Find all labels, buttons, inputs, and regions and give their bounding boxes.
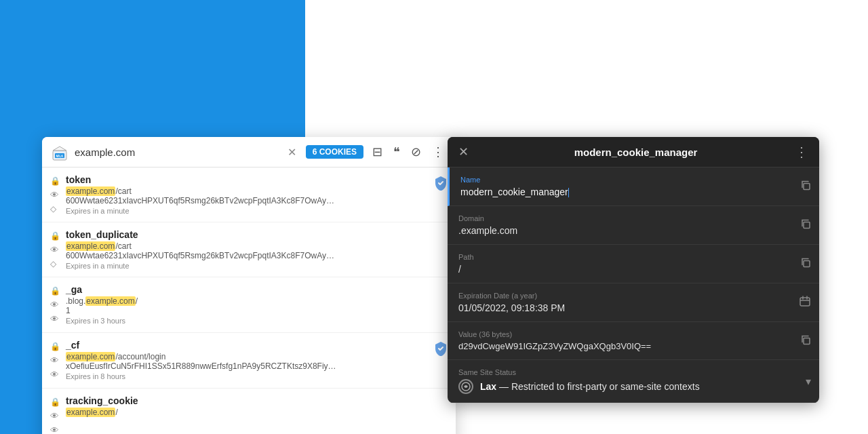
same-site-text: Lax — Restricted to first-party or same-… bbox=[480, 381, 700, 392]
secure-shield-placeholder bbox=[434, 284, 448, 285]
clear-filter-button[interactable]: ⊘ bbox=[408, 143, 425, 161]
domain-highlight: example.com bbox=[85, 296, 135, 306]
cookie-content: token_duplicate example.com/cart 600Wwta… bbox=[66, 229, 429, 270]
cookie-list-body: 🔒 👁 ◇ token example.com/cart 600Wwtae623… bbox=[42, 167, 456, 434]
copy-path-button[interactable] bbox=[800, 258, 811, 271]
cookie-name: _ga bbox=[66, 284, 429, 295]
secure-shield-badge bbox=[434, 340, 448, 359]
same-site-label: Same Site Status bbox=[458, 368, 808, 376]
cookie-list-header: MILK ✕ 6 COOKIES ⊟ ❝ ⊘ ⋮ bbox=[42, 137, 456, 167]
svg-text:MILK: MILK bbox=[56, 155, 64, 158]
cookie-editor-panel[interactable]: ✕ modern_cookie_manager ⋮ Name modern_co… bbox=[448, 137, 819, 403]
filter-button[interactable]: ⊟ bbox=[369, 143, 386, 161]
editor-header: ✕ modern_cookie_manager ⋮ bbox=[448, 137, 819, 167]
cookie-content: _cf example.com/account/login xOefiuEusf… bbox=[66, 340, 429, 380]
cookie-icons-col: 🔒 👁 👁 bbox=[50, 395, 60, 434]
editor-title: modern_cookie_manager bbox=[477, 146, 795, 158]
secure-icon: 🔒 bbox=[50, 285, 60, 297]
expiration-label: Expiration Date (a year) bbox=[458, 292, 808, 300]
visible2-icon: 👁 bbox=[50, 425, 60, 434]
cookie-expiry: Expires in a minute bbox=[66, 262, 429, 270]
name-value: modern_cookie_manager bbox=[460, 186, 808, 197]
copy-icon bbox=[800, 334, 811, 345]
visible-icon: 👁 bbox=[50, 244, 60, 256]
shield-icon bbox=[434, 341, 448, 356]
visible-icon: 👁 bbox=[50, 410, 60, 422]
domain-highlight: example.com bbox=[66, 352, 115, 361]
cookie-value: 1 bbox=[66, 306, 337, 315]
expiration-field[interactable]: Expiration Date (a year) 01/05/2022, 09:… bbox=[448, 283, 819, 322]
copy-name-button[interactable] bbox=[800, 180, 811, 193]
domain-highlight: example.com bbox=[66, 241, 115, 251]
close-search-button[interactable]: ✕ bbox=[283, 144, 300, 160]
value-field[interactable]: Value (36 bytes) d29vdCwgeW91IGZpZ3VyZWQ… bbox=[448, 322, 819, 360]
visible-icon: 👁 bbox=[50, 299, 60, 311]
value-content: d29vdCwgeW91IGZpZ3VyZWQgaXQgb3V0IQ== bbox=[458, 341, 808, 351]
copy-icon bbox=[800, 258, 811, 269]
editor-close-button[interactable]: ✕ bbox=[458, 144, 469, 159]
cookies-count-badge: 6 COOKIES bbox=[306, 145, 363, 159]
cookie-content: tracking_cookie example.com/ bbox=[66, 395, 448, 417]
list-item[interactable]: 🔒 👁 👁 _cf example.com/account/login xOef… bbox=[42, 333, 456, 389]
cookie-name: _cf bbox=[66, 340, 429, 351]
header-actions: ⊟ ❝ ⊘ ⋮ bbox=[369, 143, 448, 161]
domain-label: Domain bbox=[458, 214, 808, 222]
cookie-domain-path: .blog.example.com/ bbox=[66, 296, 429, 306]
cookie-expiry: Expires in 8 hours bbox=[66, 372, 429, 380]
secure-icon: 🔒 bbox=[50, 231, 60, 242]
cookie-domain-path: example.com/cart bbox=[66, 241, 429, 251]
secure-icon: 🔒 bbox=[50, 176, 60, 187]
header-milk-icon: MILK bbox=[50, 142, 69, 161]
calendar-button[interactable] bbox=[799, 295, 811, 310]
domain-highlight: example.com bbox=[66, 186, 115, 196]
visible2-icon: 👁 bbox=[50, 313, 60, 326]
value-label: Value (36 bytes) bbox=[458, 330, 808, 338]
cookie-icons-col: 🔒 👁 ◇ bbox=[50, 229, 60, 270]
search-input[interactable] bbox=[75, 146, 278, 158]
secure-icon: 🔒 bbox=[50, 397, 60, 408]
copy-domain-button[interactable] bbox=[800, 219, 811, 232]
editor-body: Name modern_cookie_manager Domain .examp… bbox=[448, 167, 819, 403]
cookie-expiry: Expires in 3 hours bbox=[66, 317, 429, 325]
cookie-expiry: Expires in a minute bbox=[66, 207, 429, 215]
same-site-dropdown-button[interactable]: ▾ bbox=[806, 375, 811, 388]
visible2-icon: 👁 bbox=[50, 369, 60, 381]
cookie-domain-path: example.com/ bbox=[66, 408, 448, 417]
cookie-domain-path: example.com/cart bbox=[66, 186, 429, 196]
secure-icon: 🔒 bbox=[50, 341, 60, 353]
list-item[interactable]: 🔒 👁 ◇ token example.com/cart 600Wwtae623… bbox=[42, 167, 456, 222]
same-site-field[interactable]: Same Site Status Lax — Restricted to fir… bbox=[448, 360, 819, 403]
cookie-name: token_duplicate bbox=[66, 229, 429, 240]
list-item[interactable]: 🔒 👁 👁 tracking_cookie example.com/ bbox=[42, 389, 456, 434]
secure-shield-placeholder bbox=[434, 229, 448, 231]
same-site-content: Lax — Restricted to first-party or same-… bbox=[458, 379, 808, 394]
path-field[interactable]: Path / bbox=[448, 245, 819, 283]
path-value: / bbox=[458, 264, 808, 275]
list-item[interactable]: 🔒 👁 👁 _ga .blog.example.com/ 1 Expires i… bbox=[42, 277, 456, 333]
quote-button[interactable]: ❝ bbox=[390, 143, 403, 161]
cookie-list-panel[interactable]: MILK ✕ 6 COOKIES ⊟ ❝ ⊘ ⋮ 🔒 👁 ◇ to bbox=[42, 137, 456, 434]
expiration-value: 01/05/2022, 09:18:38 PM bbox=[458, 302, 808, 313]
more-options-button[interactable]: ⋮ bbox=[429, 143, 448, 161]
cookie-content: _ga .blog.example.com/ 1 Expires in 3 ho… bbox=[66, 284, 429, 325]
cookie-name: tracking_cookie bbox=[66, 395, 448, 406]
editor-more-button[interactable]: ⋮ bbox=[795, 144, 808, 160]
svg-rect-15 bbox=[800, 298, 810, 306]
calendar-icon bbox=[799, 295, 811, 307]
path-label: Path bbox=[458, 253, 808, 261]
copy-icon bbox=[800, 219, 811, 230]
list-item[interactable]: 🔒 👁 ◇ token_duplicate example.com/cart 6… bbox=[42, 222, 456, 277]
cookie-domain-path: example.com/account/login bbox=[66, 352, 429, 361]
cookie-value: 600Wwtae6231xIavcHPXUT6qf5Rsmg26kBTv2wcp… bbox=[66, 196, 337, 205]
cookie-icons-col: 🔒 👁 👁 bbox=[50, 284, 60, 326]
domain-highlight: example.com bbox=[66, 408, 115, 417]
domain-value: .example.com bbox=[458, 225, 808, 236]
cookie-icons-col: 🔒 👁 👁 bbox=[50, 340, 60, 381]
domain-field[interactable]: Domain .example.com bbox=[448, 206, 819, 245]
copy-value-button[interactable] bbox=[800, 334, 811, 347]
cookie-value: xOefiuEusfIrCuN5rFHI1SSx51R889nwwErfsfg1… bbox=[66, 361, 337, 371]
lax-icon bbox=[460, 381, 471, 392]
name-field[interactable]: Name modern_cookie_manager bbox=[448, 167, 819, 206]
copy-icon bbox=[800, 180, 811, 191]
shape-icon: ◇ bbox=[50, 258, 60, 270]
